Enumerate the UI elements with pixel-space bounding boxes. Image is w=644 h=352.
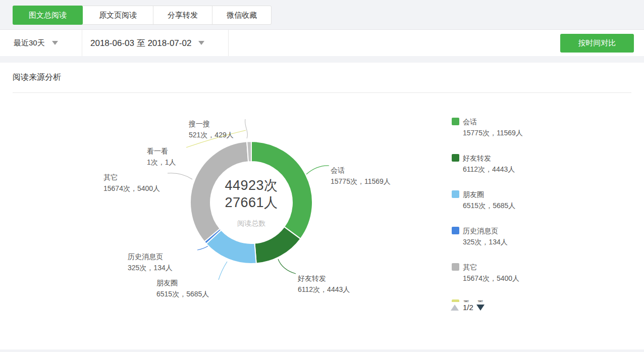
- title-divider: [13, 92, 631, 93]
- callout-value: 325次，134人: [128, 262, 173, 273]
- callout-value: 6112次，4443人: [298, 284, 350, 295]
- callout-haoyouzhuanfa: 好友转发 6112次，4443人: [298, 273, 350, 295]
- legend-name: 看一看: [463, 298, 484, 302]
- filter-bar: 最近30天 2018-06-03 至 2018-07-02 按时间对比: [0, 30, 644, 56]
- chevron-down-icon: [52, 41, 58, 45]
- tab-0[interactable]: 图文总阅读: [13, 6, 83, 25]
- legend-swatch-icon: [452, 190, 459, 198]
- leader-line-qita: [168, 173, 192, 179]
- legend-name: 会话: [463, 116, 477, 127]
- callout-qita: 其它 15674次，5400人: [103, 172, 160, 194]
- legend-value: 6515次，5685人: [463, 200, 515, 211]
- tab-3[interactable]: 微信收藏: [212, 6, 271, 24]
- report-tabs: 图文总阅读原文页阅读分享转发微信收藏: [13, 6, 272, 25]
- legend-value: 325次，134人: [463, 236, 508, 247]
- callout-name: 历史消息页: [128, 251, 173, 262]
- date-range-preset-dropdown[interactable]: 最近30天: [0, 30, 82, 56]
- donut-slice-其它[interactable]: [190, 141, 248, 241]
- legend-swatch-icon: [452, 118, 459, 125]
- callout-value: 6515次，5685人: [156, 288, 209, 299]
- legend-pager: 1/2: [451, 303, 485, 312]
- callout-value: 15674次，5400人: [103, 183, 160, 194]
- date-range-label: 2018-06-03 至 2018-07-02: [90, 37, 191, 49]
- leader-line-souyisou: [245, 119, 247, 138]
- section-title: 阅读来源分析: [13, 72, 61, 83]
- callout-huihua: 会话 15775次，11569人: [331, 165, 391, 187]
- tab-1[interactable]: 原文页阅读: [83, 6, 153, 24]
- callout-value: 15775次，11569人: [331, 176, 391, 187]
- top-tab-strip: 图文总阅读原文页阅读分享转发微信收藏: [0, 0, 644, 30]
- callout-name: 会话: [331, 165, 391, 176]
- legend-value: 15775次，11569人: [463, 127, 523, 138]
- donut-slice-会话[interactable]: [251, 141, 312, 239]
- legend-page-down-icon[interactable]: [476, 305, 485, 311]
- legend-item-朋友圈[interactable]: 朋友圈6515次，5685人: [452, 189, 603, 211]
- legend-item-历史消息页[interactable]: 历史消息页325次，134人: [452, 225, 603, 247]
- legend-swatch-icon: [452, 263, 459, 271]
- legend-value: 15674次，5400人: [463, 273, 519, 284]
- callout-name: 看一看: [147, 145, 176, 157]
- legend-name: 历史消息页: [463, 225, 498, 236]
- card-gap: [0, 56, 644, 63]
- legend-swatch-icon: [452, 299, 459, 302]
- legend-item-看一看[interactable]: 看一看1次，1人: [452, 298, 603, 302]
- callout-value: 1次，1人: [147, 157, 176, 168]
- legend-swatch-icon: [452, 227, 459, 234]
- reading-source-card: 阅读来源分析 44923次 27661人 阅读总数 搜一搜 521次，429人 …: [0, 63, 644, 349]
- chart-legend: 会话15775次，11569人好友转发6112次，4443人朋友圈6515次，5…: [452, 116, 603, 302]
- legend-page-up-icon[interactable]: [451, 305, 459, 311]
- legend-item-其它[interactable]: 其它15674次，5400人: [452, 262, 603, 284]
- callout-name: 朋友圈: [156, 277, 209, 288]
- legend-item-会话[interactable]: 会话15775次，11569人: [452, 116, 603, 138]
- callout-pengyouquan: 朋友圈 6515次，5685人: [156, 277, 209, 299]
- reading-source-donut-chart: [189, 140, 313, 265]
- date-range-preset-label: 最近30天: [14, 38, 45, 48]
- callout-kanyikan: 看一看 1次，1人: [147, 145, 176, 168]
- compare-by-time-button[interactable]: 按时间对比: [560, 34, 634, 53]
- legend-swatch-icon: [452, 154, 459, 162]
- tab-2[interactable]: 分享转发: [153, 6, 212, 24]
- callout-name: 其它: [103, 172, 160, 183]
- legend-item-好友转发[interactable]: 好友转发6112次，4443人: [452, 153, 603, 175]
- callout-lishixiaoxiye: 历史消息页 325次，134人: [128, 251, 173, 273]
- callout-name: 搜一搜: [189, 118, 234, 129]
- legend-name: 朋友圈: [463, 189, 484, 200]
- legend-name: 其它: [463, 262, 477, 273]
- legend-page-indicator: 1/2: [463, 303, 473, 312]
- legend-name: 好友转发: [463, 153, 491, 164]
- date-range-dropdown[interactable]: 2018-06-03 至 2018-07-02: [82, 30, 229, 56]
- callout-value: 521次，429人: [189, 129, 234, 140]
- chevron-down-icon: [198, 41, 204, 45]
- callout-name: 好友转发: [298, 273, 350, 284]
- legend-value: 6112次，4443人: [463, 164, 515, 175]
- callout-souyisou: 搜一搜 521次，429人: [189, 118, 234, 140]
